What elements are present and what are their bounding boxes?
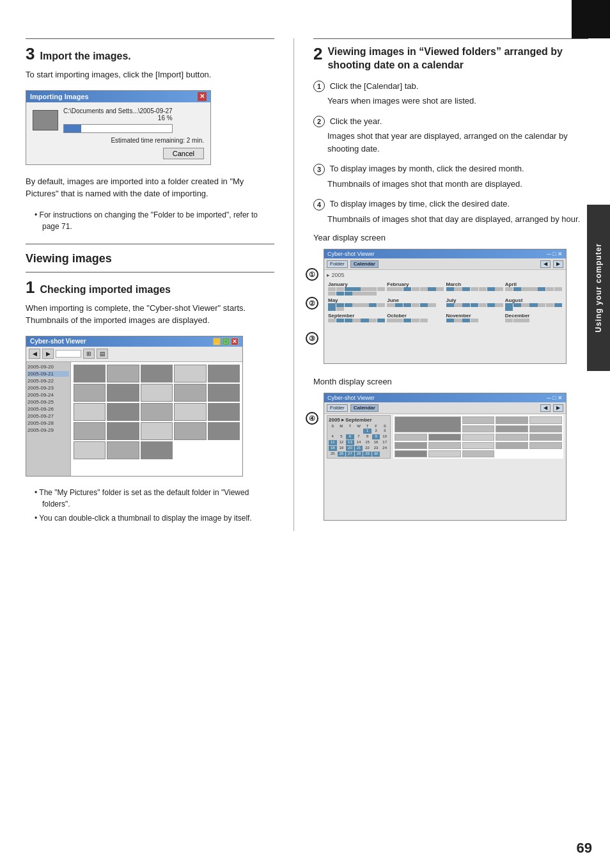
cal-jan: January [328, 281, 385, 296]
month-body: 2005 ▸ September S M T W T F S [324, 414, 566, 460]
thumb-18 [141, 422, 173, 440]
section-divider-viewing [26, 244, 274, 244]
month-thumb-9 [462, 434, 495, 441]
cal-btn-prev[interactable]: ◀ [540, 260, 551, 268]
right-column: 2 Viewing images in “Viewed folders” arr… [294, 38, 588, 531]
step3-circle: 3 [313, 164, 325, 175]
section1-number: 1 [26, 279, 35, 296]
dialog-body: C:\Documents and Setts...\2005-09-27 16 … [26, 102, 210, 164]
dialog-title: Importing Images [30, 93, 89, 100]
month-thumb-12 [395, 442, 427, 449]
cal-apr: April [505, 281, 562, 296]
dialog-progress-fill [64, 125, 81, 132]
dialog-thumb [33, 110, 58, 130]
step4-sub: Thumbnails of images shot that day are d… [327, 213, 588, 226]
step3-block: 3 To display images by month, click the … [313, 162, 588, 190]
thumb-10 [208, 384, 240, 402]
thumb-6 [74, 384, 106, 402]
section1-bullet2: You can double-click a thumbnail to disp… [35, 512, 274, 524]
month-btn-prev[interactable]: ◀ [540, 404, 551, 412]
main-content: 3 Import the images. To start importing … [0, 0, 610, 556]
cal-year-row: ▸ 2005 [324, 270, 566, 280]
toolbar-btn-1[interactable]: ◀ [29, 349, 40, 359]
sidebar-item-10: 2005-09-29 [27, 427, 69, 433]
cal-toolbar: Folder Calendar ◀ ▶ [324, 258, 566, 270]
viewing-heading: Viewing images [26, 252, 274, 265]
importing-dialog: Importing Images ✕ C:\Documents and Sett… [26, 90, 211, 165]
thumb-12 [107, 403, 139, 421]
month-thumb-16 [529, 442, 562, 449]
left-column: 3 Import the images. To start importing … [26, 38, 294, 531]
month-thumb-large [395, 416, 461, 432]
month-titlebar: Cyber-shot Viewer ─ □ ✕ [324, 393, 566, 402]
annotation-2: ② [306, 297, 318, 310]
dialog-percent: 16 % [63, 114, 173, 122]
step1-block: 1 Click the [Calendar] tab. Years when i… [313, 80, 588, 107]
cal-tab-calendar[interactable]: Calendar [350, 260, 379, 268]
month-left-panel: 2005 ▸ September S M T W T F S [327, 415, 391, 459]
step1-text: 1 Click the [Calendar] tab. [313, 80, 588, 93]
month-thumb-11 [529, 434, 562, 441]
cal-controls: ─ □ ✕ [547, 251, 563, 257]
step3-sub: Thumbnails of images shot that month are… [327, 178, 588, 191]
dialog-progress-bar [63, 124, 173, 133]
annotation-1: ① [306, 268, 318, 281]
toolbar-btn-3[interactable]: ⊞ [83, 349, 95, 359]
month-btn-next[interactable]: ▶ [553, 404, 563, 412]
section3-number: 3 [26, 45, 35, 62]
dialog-row: C:\Documents and Setts...\2005-09-27 16 … [33, 107, 204, 133]
sidebar-item-2[interactable]: 2005-09-21 [27, 371, 69, 377]
section3-header: 3 Import the images. [26, 45, 274, 62]
sidebar-item-3: 2005-09-22 [27, 378, 69, 384]
viewer-min-btn[interactable]: _ [213, 338, 221, 345]
dialog-close-btn[interactable]: ✕ [198, 92, 207, 101]
section3-body2: By default, images are imported into a f… [26, 175, 274, 200]
year-display-label: Year display screen [313, 233, 588, 242]
sidebar-label-text: Using your computer [594, 243, 603, 333]
sidebar-item-4: 2005-09-23 [27, 385, 69, 391]
dialog-info: C:\Documents and Setts...\2005-09-27 16 … [63, 107, 173, 133]
cal-btn-next[interactable]: ▶ [553, 260, 563, 268]
viewer-titlebar: Cyber-shot Viewer _ □ ✕ [26, 336, 242, 347]
thumb-16 [74, 422, 106, 440]
toolbar-btn-2[interactable]: ▶ [42, 349, 54, 359]
viewer-close-btn[interactable]: ✕ [231, 338, 239, 345]
section1-title: Checking imported images [40, 284, 171, 296]
step2-text: 2 Click the year. [313, 115, 588, 128]
cal-oct: October [387, 313, 444, 322]
step1-circle: 1 [313, 81, 325, 92]
viewer-max-btn[interactable]: □ [222, 338, 230, 345]
sidebar-item-8: 2005-09-27 [27, 413, 69, 419]
month-tab-folder[interactable]: Folder [327, 404, 348, 412]
dialog-titlebar: Importing Images ✕ [26, 91, 210, 102]
month-calendar-mockup: Cyber-shot Viewer ─ □ ✕ Folder Calendar … [324, 393, 567, 521]
thumb-21 [74, 441, 106, 459]
thumb-4 [174, 365, 206, 383]
thumb-19 [174, 422, 206, 440]
cal-titlebar: Cyber-shot Viewer ─ □ ✕ [324, 249, 566, 258]
page-container: Using your computer 69 3 Import the imag… [0, 0, 610, 868]
cal-year-label: ▸ 2005 [327, 272, 345, 278]
cal-sep: September [328, 313, 385, 322]
cal-tab-folder[interactable]: Folder [327, 260, 348, 268]
thumb-20 [208, 422, 240, 440]
dialog-cancel-btn[interactable]: Cancel [163, 148, 204, 159]
cal-months-grid: January [324, 280, 566, 324]
month-thumb-7 [395, 434, 427, 441]
cal-dec: December [505, 313, 562, 322]
month-tab-calendar[interactable]: Calendar [350, 404, 379, 412]
thumb-7 [107, 384, 139, 402]
month-thumbs-grid [393, 415, 563, 459]
cal-jul: July [446, 297, 503, 312]
toolbar-btn-4[interactable]: ▤ [97, 349, 108, 359]
cal-mar: March [446, 281, 503, 296]
year-calendar-mockup: Cyber-shot Viewer ─ □ ✕ Folder Calendar … [324, 249, 567, 364]
section3-bullet1: For instructions on changing the "Folder… [35, 209, 274, 232]
sidebar-item-6: 2005-09-25 [27, 399, 69, 405]
step2-sub: Images shot that year are displayed, arr… [327, 130, 588, 155]
month-controls: ─ □ ✕ [547, 395, 563, 401]
month-thumb-6 [529, 425, 562, 432]
black-tab-decoration [572, 0, 610, 38]
thumb-11 [74, 403, 106, 421]
thumb-15 [208, 403, 240, 421]
